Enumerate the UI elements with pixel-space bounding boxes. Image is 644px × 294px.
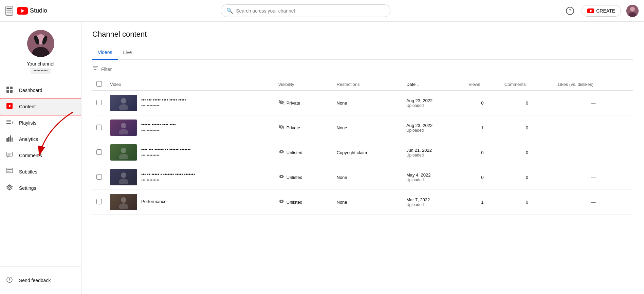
svg-rect-19 [6,122,11,122]
views-cell-2: 0 [464,140,500,165]
tab-live[interactable]: Live [118,45,137,60]
hamburger-menu[interactable]: ☰ [5,6,13,16]
create-button[interactable]: CREATE [582,5,621,17]
svg-point-52 [119,179,128,184]
filter-input[interactable] [101,67,161,72]
svg-point-5 [630,7,635,12]
tab-videos[interactable]: Videos [92,45,118,60]
video-desc-3: ••• ••••••••• [141,178,195,183]
table-row: •••••• •••••• •••• •••• ••• ••••••••• Pr… [92,115,633,140]
sidebar-item-dashboard[interactable]: Dashboard [0,82,81,98]
row-checkbox-4[interactable] [96,199,102,204]
svg-rect-22 [6,138,8,142]
comments-cell-0: 0 [500,91,554,115]
video-thumbnail-3[interactable] [110,169,137,185]
video-cell-1: •••••• •••••• •••• •••• ••• ••••••••• [110,120,270,136]
svg-point-54 [121,197,126,203]
svg-point-44 [121,123,126,128]
user-avatar[interactable] [626,5,639,17]
date-value-3: May 4, 2022 [406,172,460,178]
likes-cell-0: — [554,91,633,115]
select-all-checkbox[interactable] [96,81,102,87]
table-row: ••• •• ••••• • ••••••• ••••• ••••••• •••… [92,165,633,190]
help-icon: ? [566,7,574,15]
visibility-label-0: Private [287,100,300,106]
row-checkbox-0[interactable] [96,100,102,105]
video-thumbnail-1[interactable] [110,120,137,136]
date-value-1: Aug 23, 2022 [406,123,460,128]
restrictions-cell-4: None [333,190,402,215]
main-content: Channel content Videos Live Video Visibi… [81,22,644,223]
svg-marker-21 [12,121,13,124]
search-input[interactable] [236,8,385,14]
channel-info: Your channel •••••••••• [0,22,81,79]
date-cell-3: May 4, 2022 Uploaded [402,165,464,190]
likes-cell-4: — [554,190,633,215]
table-row: Performance Unlisted None Mar 7, 2022 Up… [92,190,633,215]
col-date[interactable]: Date ↓ [402,78,464,91]
filter-icon [92,65,98,73]
svg-point-49 [119,154,128,159]
date-cell-4: Mar 7, 2022 Uploaded [402,190,464,215]
visibility-icon-1 [278,124,284,131]
video-cell-4: Performance [110,194,270,210]
visibility-icon-0 [278,99,284,106]
logo-text: Studio [30,7,47,14]
video-cell-2: •••• ••• •••••• •• •••••• ••••••• ••• ••… [110,144,270,161]
subtitles-icon [5,168,14,176]
col-likes: Likes (vs. dislikes) [554,78,633,91]
row-checkbox-2[interactable] [96,149,102,155]
sidebar-item-playlists[interactable]: Playlists [0,115,81,131]
svg-rect-18 [6,120,11,121]
svg-line-43 [279,100,284,105]
sidebar-item-subtitles[interactable]: Subtitles [0,164,81,180]
sidebar-item-settings[interactable]: Settings [0,180,81,196]
dashboard-icon [5,87,14,94]
svg-point-41 [119,104,128,110]
channel-avatar[interactable] [27,30,54,57]
comments-cell-4: 0 [500,190,554,215]
svg-rect-24 [10,135,11,142]
sidebar-item-analytics[interactable]: Analytics [0,131,81,147]
svg-point-50 [280,151,282,153]
likes-cell-2: — [554,140,633,165]
video-title-1: •••••• •••••• •••• •••• [141,122,176,127]
svg-point-40 [121,98,126,104]
video-desc-1: ••• ••••••••• [141,128,176,133]
video-info-2: •••• ••• •••••• •• •••••• ••••••• ••• ••… [141,147,191,158]
comments-label: Comments [19,153,42,158]
views-cell-3: 0 [464,165,500,190]
youtube-studio-logo[interactable]: Studio [17,7,47,15]
channel-avatar-image [27,30,54,57]
row-checkbox-3[interactable] [96,174,102,180]
comments-cell-1: 0 [500,115,554,140]
date-value-4: Mar 7, 2022 [406,197,460,202]
restrictions-cell-1: None [333,115,402,140]
playlists-label: Playlists [19,120,36,126]
video-desc-2: ••• ••••••••• [141,153,191,158]
likes-cell-3: — [554,165,633,190]
youtube-icon [17,7,28,15]
videos-table: Video Visibility Restrictions Date ↓ Vie… [92,78,633,215]
svg-rect-23 [8,137,10,142]
comments-cell-3: 0 [500,165,554,190]
analytics-label: Analytics [19,136,38,142]
video-info-3: ••• •• ••••• • ••••••• ••••• ••••••• •••… [141,172,195,183]
visibility-icon-4 [278,199,284,205]
video-cell-0: ••• ••• ••••• •••• ••••• ••••• ••• •••••… [110,95,270,111]
svg-rect-12 [6,87,9,89]
row-checkbox-1[interactable] [96,125,102,130]
date-status-2: Uploaded [406,153,460,158]
video-thumbnail-0[interactable] [110,95,137,111]
sidebar-item-comments[interactable]: Comments [0,147,81,164]
video-info-1: •••••• •••••• •••• •••• ••• ••••••••• [141,122,176,133]
dashboard-label: Dashboard [19,88,42,93]
svg-rect-15 [10,90,13,93]
help-button[interactable]: ? [564,5,576,17]
table-row: •••• ••• •••••• •• •••••• ••••••• ••• ••… [92,140,633,165]
svg-point-45 [119,129,128,134]
video-thumbnail-4[interactable] [110,194,137,210]
sidebar-item-content[interactable]: Content [0,98,81,115]
video-title-0: ••• ••• ••••• •••• ••••• ••••• [141,97,186,103]
video-thumbnail-2[interactable] [110,144,137,161]
